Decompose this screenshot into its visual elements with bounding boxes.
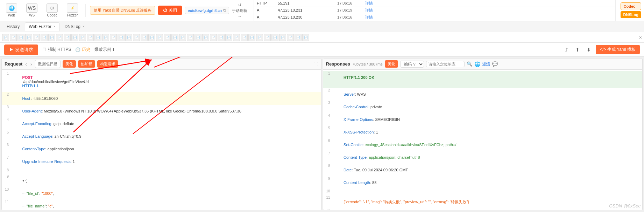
strip-icon-17[interactable]: 📄 <box>125 34 132 41</box>
response-line-3: 3 Cache-Control: private <box>323 101 643 113</box>
action-bar: ▶ 发送请求 ☐ 强制 HTTPS 🕐 历史 爆破示例 ℹ ⤴ ⬆ ⬇ </> … <box>0 43 644 57</box>
strip-icon-25[interactable]: 📄 <box>187 34 194 41</box>
search-icon[interactable]: 🔍 <box>467 61 472 67</box>
strip-icon-24[interactable]: 📄 <box>179 34 186 41</box>
web-icon: 🌐 <box>6 4 17 13</box>
tab-history[interactable]: History <box>3 22 23 31</box>
share-icon[interactable]: ⤴ <box>562 46 571 54</box>
response-detail-link[interactable]: 详情 <box>482 61 490 67</box>
strip-icon-3[interactable]: 📄 <box>17 34 24 41</box>
icon-strip: 📄 📄 📄 📄 📄 📄 📄 📄 📄 📄 📄 📄 📄 📄 📄 📄 📄 📄 📄 📄 … <box>0 32 644 43</box>
close-dns-button[interactable]: ⏻ 关闭 <box>158 6 182 15</box>
response-code-area: 1 HTTP/1.1 200 OK 2 Server: WVS 3 Cache-… <box>323 70 643 210</box>
hot-load-button[interactable]: 热加载 <box>78 60 95 68</box>
response-panel-header: Responses 78bytes / 3807ms 美化 编码 ∨ 🔍 🌐 详… <box>323 59 643 70</box>
strip-icon-14[interactable]: 📄 <box>102 34 109 41</box>
dnslog-badge[interactable]: DNSLog <box>621 11 641 18</box>
strip-icon-2[interactable]: 📄 <box>10 34 17 41</box>
strip-icon-36[interactable]: 📄 <box>271 34 278 41</box>
strip-icon-28[interactable]: 📄 <box>210 34 217 41</box>
strip-icon-15[interactable]: 📄 <box>110 34 117 41</box>
generate-yaml-button[interactable]: </> 生成 Yaml 模板 <box>596 45 640 54</box>
strip-icon-27[interactable]: 📄 <box>202 34 209 41</box>
strip-icon-4[interactable]: 📄 <box>25 34 32 41</box>
force-https-toggle[interactable]: ☐ 强制 HTTPS <box>42 47 71 53</box>
response-search-input[interactable] <box>426 61 465 67</box>
strip-close-icon[interactable]: × <box>639 35 642 40</box>
strip-icon-40[interactable]: 📄 <box>302 34 309 41</box>
request-code-area[interactable]: 1 POST /api/doc/mobile/fileview/getFileV… <box>2 70 321 210</box>
response-line-12: 12 <box>323 209 643 210</box>
request-line-2: 2 Host : ·l.55.191:8060 <box>2 92 321 105</box>
strip-icon-34[interactable]: 📄 <box>256 34 263 41</box>
strip-icon-13[interactable]: 📄 <box>94 34 101 41</box>
tab-webfuzzer[interactable]: Web Fuzzer × <box>25 22 59 31</box>
strip-icon-23[interactable]: 📄 <box>171 34 178 41</box>
strip-icon-21[interactable]: 📄 <box>156 34 163 41</box>
strip-icon-30[interactable]: 📄 <box>225 34 232 41</box>
strip-icon-22[interactable]: 📄 <box>164 34 171 41</box>
scan-button[interactable]: 数据包扫描 <box>35 60 61 68</box>
strip-icon-26[interactable]: 📄 <box>194 34 201 41</box>
history-icon: 🕐 <box>75 47 80 52</box>
tab-dnslog[interactable]: DNSLog × <box>61 22 89 31</box>
strip-icon-7[interactable]: 📄 <box>48 34 55 41</box>
encode-select[interactable]: 编码 ∨ <box>400 61 424 68</box>
request-line-5: 5 Accept-Language: zh-CN,zh;q=0.9 <box>2 130 321 143</box>
fuzzer-tool[interactable]: ⚡ Fuzzer <box>64 4 81 17</box>
codec-tool[interactable]: C/ Codec <box>43 4 61 17</box>
strip-icon-29[interactable]: 📄 <box>218 34 225 41</box>
strip-icon-12[interactable]: 📄 <box>87 34 94 41</box>
refresh-icon: ↺ <box>238 3 241 7</box>
example-button[interactable]: 爆破示例 ℹ <box>94 47 114 53</box>
strip-icon-11[interactable]: 📄 <box>79 34 86 41</box>
download-icon[interactable]: ⬇ <box>585 46 593 54</box>
strip-icon-37[interactable]: 📄 <box>279 34 286 41</box>
history-button[interactable]: 🕐 历史 <box>75 47 90 53</box>
request-line-4: 4 Accept-Encoding: gzip, deflate <box>2 117 321 130</box>
strip-icon-31[interactable]: 📄 <box>233 34 240 41</box>
chrome-icon[interactable]: 🌐 <box>474 61 480 67</box>
request-line-11: 11 ····"file_name": "c", <box>2 200 321 210</box>
beautify-request-button[interactable]: 美化 <box>63 60 76 68</box>
response-line-8: 8 Date: Tue, 09 Jul 2024 09:06:20 GMT <box>323 164 643 176</box>
strip-icon-38[interactable]: 📄 <box>287 34 294 41</box>
prev-arrow[interactable]: ‹ <box>24 61 28 67</box>
dns-row-0: HTTP 55.191 17:06:16 详情 <box>254 0 615 7</box>
tab-webfuzzer-close[interactable]: × <box>54 25 56 28</box>
action-right: ⤴ ⬆ ⬇ </> 生成 Yaml 模板 <box>562 45 640 54</box>
request-line-1: 1 POST /api/doc/mobile/fileview/getFileV… <box>2 71 321 92</box>
strip-icon-19[interactable]: 📄 <box>141 34 148 41</box>
strip-icon-32[interactable]: 📄 <box>241 34 248 41</box>
strip-icon-35[interactable]: 📄 <box>264 34 271 41</box>
send-request-button[interactable]: ▶ 发送请求 <box>4 45 38 55</box>
next-arrow[interactable]: › <box>30 61 33 67</box>
strip-icon-33[interactable]: 📄 <box>248 34 255 41</box>
web-tool[interactable]: 🌐 Web <box>3 4 20 17</box>
strip-icon-1[interactable]: 📄 <box>2 34 9 41</box>
tab-dnslog-close[interactable]: × <box>83 25 85 28</box>
strip-icon-39[interactable]: 📄 <box>295 34 302 41</box>
comment-icon[interactable]: 💬 <box>492 61 498 67</box>
upload-icon[interactable]: ⬆ <box>573 46 582 54</box>
strip-icon-20[interactable]: 📄 <box>148 34 155 41</box>
codec-icon: C/ <box>47 4 58 13</box>
request-line-7: 7 Upgrade-Insecure-Requests: 1 <box>2 155 321 168</box>
request-panel-header: Request ‹ › 数据包扫描 美化 热加载 构造请求 ⛶ <box>2 59 321 70</box>
strip-icon-6[interactable]: 📄 <box>41 34 48 41</box>
request-panel-title: Request <box>5 61 22 67</box>
strip-icon-10[interactable]: 📄 <box>71 34 78 41</box>
strip-icon-5[interactable]: 📄 <box>33 34 40 41</box>
strip-icon-8[interactable]: 📄 <box>56 34 63 41</box>
expand-icon[interactable]: ⛶ <box>313 61 318 67</box>
copy-icon[interactable]: ⧉ <box>223 8 226 13</box>
strip-icon-16[interactable]: 📄 <box>118 34 125 41</box>
strip-icon-9[interactable]: 📄 <box>64 34 71 41</box>
arrow-right-icon: → <box>238 14 242 18</box>
strip-icon-18[interactable]: 📄 <box>133 34 140 41</box>
beautify-response-button[interactable]: 美化 <box>385 60 398 68</box>
ws-tool[interactable]: WS WS <box>23 4 41 17</box>
response-meta: 78bytes / 3807ms <box>352 62 383 66</box>
construct-request-button[interactable]: 构造请求 <box>97 60 118 68</box>
refresh-area[interactable]: ↺ 手动刷新 → <box>232 3 247 18</box>
